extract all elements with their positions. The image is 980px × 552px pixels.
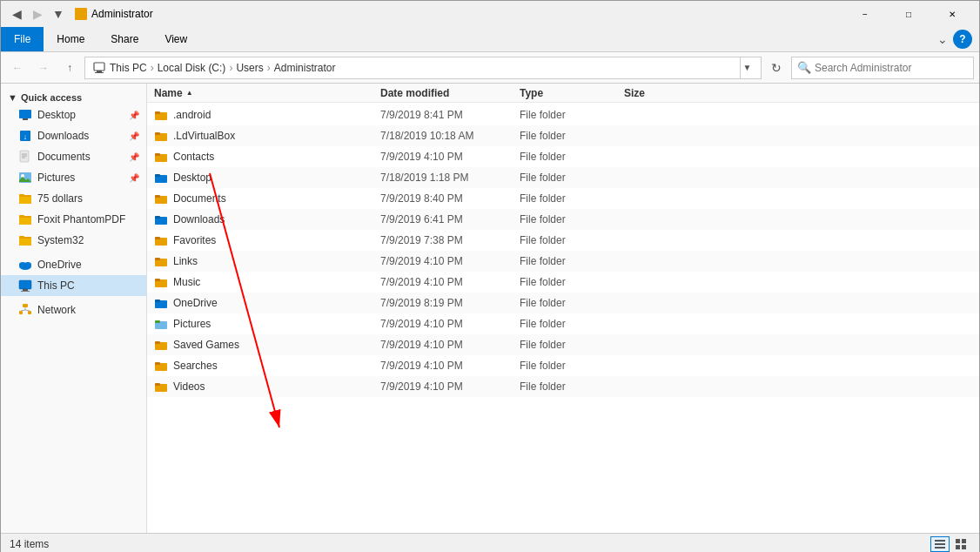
file-date-cell: 7/9/2019 4:10 PM: [380, 255, 520, 267]
minimize-button[interactable]: −: [845, 1, 885, 27]
desktop-folder-icon: [154, 172, 168, 184]
title-bar: ◀ ▶ ▼ Administrator − □ ✕: [1, 1, 979, 27]
col-header-size[interactable]: Size: [624, 87, 694, 99]
table-row[interactable]: Music 7/9/2019 4:10 PM File folder: [147, 272, 979, 293]
file-type-cell: File folder: [520, 213, 624, 226]
file-list: .android 7/9/2019 8:41 PM File folder .L…: [147, 103, 979, 533]
tab-share[interactable]: Share: [97, 27, 151, 51]
file-name-label: Links: [173, 255, 198, 267]
file-name-label: .android: [173, 109, 211, 121]
back-button[interactable]: ←: [6, 57, 29, 79]
file-name-cell: Pictures: [154, 318, 380, 330]
svg-rect-65: [935, 547, 945, 549]
quick-access-header[interactable]: ▼ Quick access: [1, 87, 146, 104]
main-container: ▼ Quick access Desktop 📌 ↓ Downloads 📌 D…: [1, 84, 979, 533]
sidebar-item-foxit[interactable]: Foxit PhantomPDF: [1, 209, 146, 230]
table-row[interactable]: Documents 7/9/2019 8:40 PM File folder: [147, 188, 979, 209]
table-row[interactable]: Pictures 7/9/2019 4:10 PM File folder: [147, 313, 979, 334]
file-type-cell: File folder: [520, 151, 624, 163]
col-header-name[interactable]: Name ▲: [154, 87, 380, 99]
file-date-cell: 7/9/2019 7:38 PM: [380, 234, 520, 246]
maximize-button[interactable]: □: [889, 1, 929, 27]
tab-file[interactable]: File: [1, 27, 44, 51]
ribbon-expand-icon[interactable]: ⌄: [937, 32, 948, 46]
sidebar-item-downloads[interactable]: ↓ Downloads 📌: [1, 125, 146, 146]
file-name-cell: Desktop: [154, 172, 380, 184]
file-name-cell: Contacts: [154, 151, 380, 163]
file-type-cell: File folder: [520, 318, 624, 330]
view-buttons: [930, 536, 970, 552]
table-row[interactable]: OneDrive 7/9/2019 8:19 PM File folder: [147, 293, 979, 313]
sidebar-item-75dollars[interactable]: 75 dollars: [1, 188, 146, 209]
file-type-cell: File folder: [520, 109, 624, 121]
file-date-cell: 7/9/2019 4:10 PM: [380, 318, 520, 330]
address-bar: ← → ↑ This PC › Local Disk (C:) › Users …: [1, 52, 979, 84]
svg-line-34: [25, 310, 30, 311]
tab-view[interactable]: View: [151, 27, 200, 51]
sidebar-item-pictures[interactable]: Pictures 📌: [1, 167, 146, 188]
onedrive-icon: [18, 258, 32, 272]
table-row[interactable]: .android 7/9/2019 8:41 PM File folder: [147, 104, 979, 125]
table-row[interactable]: Saved Games 7/9/2019 4:10 PM File folder: [147, 334, 979, 355]
file-date-cell: 7/18/2019 1:18 PM: [380, 172, 520, 184]
dropdown-icon[interactable]: ▼: [50, 5, 67, 23]
table-row[interactable]: Links 7/9/2019 4:10 PM File folder: [147, 251, 979, 272]
svg-rect-40: [155, 153, 160, 156]
onedrive-folder-icon: [154, 297, 168, 309]
details-view-button[interactable]: [930, 536, 950, 552]
table-row[interactable]: Favorites 7/9/2019 7:38 PM File folder: [147, 230, 979, 251]
pictures-folder-icon: [154, 318, 168, 330]
search-icon: 🔍: [797, 61, 811, 74]
large-icons-view-button[interactable]: [951, 536, 970, 552]
path-administrator[interactable]: Administrator: [274, 62, 336, 74]
tab-home[interactable]: Home: [44, 27, 97, 51]
table-row[interactable]: Contacts 7/9/2019 4:10 PM File folder: [147, 146, 979, 167]
table-row[interactable]: .LdVirtualBox 7/18/2019 10:18 AM File fo…: [147, 125, 979, 146]
file-name-cell: Documents: [154, 192, 380, 205]
sidebar-item-network[interactable]: Network: [1, 300, 146, 320]
svg-line-33: [21, 310, 25, 311]
path-dropdown-button[interactable]: ▼: [740, 57, 754, 79]
sidebar: ▼ Quick access Desktop 📌 ↓ Downloads 📌 D…: [1, 84, 147, 533]
table-row[interactable]: Videos 7/9/2019 4:10 PM File folder: [147, 376, 979, 397]
file-name-label: Documents: [173, 192, 226, 205]
file-date-cell: 7/9/2019 4:10 PM: [380, 276, 520, 288]
ribbon: File Home Share View ⌄ ?: [1, 27, 979, 52]
sidebar-item-desktop[interactable]: Desktop 📌: [1, 104, 146, 125]
forward-button[interactable]: →: [32, 57, 55, 79]
forward-icon[interactable]: ▶: [29, 5, 46, 23]
back-icon[interactable]: ◀: [8, 5, 25, 23]
up-button[interactable]: ↑: [58, 57, 81, 79]
content-area: Name ▲ Date modified Type Size .android …: [147, 84, 979, 533]
file-name-label: Videos: [173, 380, 205, 393]
downloads-icon: ↓: [18, 129, 32, 143]
table-row[interactable]: Downloads 7/9/2019 6:41 PM File folder: [147, 209, 979, 230]
help-button[interactable]: ?: [953, 30, 972, 49]
file-name-cell: Downloads: [154, 213, 380, 226]
sidebar-item-this-pc[interactable]: This PC: [1, 275, 146, 296]
downloads-folder-icon: [154, 213, 168, 226]
table-row[interactable]: Searches 7/9/2019 4:10 PM File folder: [147, 355, 979, 376]
folder-icon: [154, 109, 168, 121]
sidebar-item-onedrive[interactable]: OneDrive: [1, 254, 146, 275]
close-button[interactable]: ✕: [932, 1, 972, 27]
pc-icon: [92, 61, 106, 75]
table-row[interactable]: Desktop 7/18/2019 1:18 PM File folder: [147, 167, 979, 188]
sidebar-item-documents[interactable]: Documents 📌: [1, 146, 146, 167]
col-header-type[interactable]: Type: [520, 87, 624, 99]
file-type-cell: File folder: [520, 192, 624, 205]
col-header-date[interactable]: Date modified: [380, 87, 520, 99]
search-input[interactable]: [815, 62, 968, 74]
file-name-label: Desktop: [173, 172, 211, 184]
address-path[interactable]: This PC › Local Disk (C:) › Users › Admi…: [84, 57, 762, 79]
path-this-pc[interactable]: This PC: [110, 62, 147, 74]
svg-rect-69: [962, 545, 966, 549]
pictures-icon: [18, 171, 32, 185]
svg-rect-26: [19, 280, 31, 289]
path-users[interactable]: Users: [236, 62, 263, 74]
path-local-disk[interactable]: Local Disk (C:): [158, 62, 226, 74]
refresh-button[interactable]: ↻: [765, 57, 788, 79]
sidebar-item-system32[interactable]: System32: [1, 230, 146, 251]
quick-access-arrow: ▼: [8, 92, 17, 103]
column-headers: Name ▲ Date modified Type Size: [147, 84, 979, 103]
